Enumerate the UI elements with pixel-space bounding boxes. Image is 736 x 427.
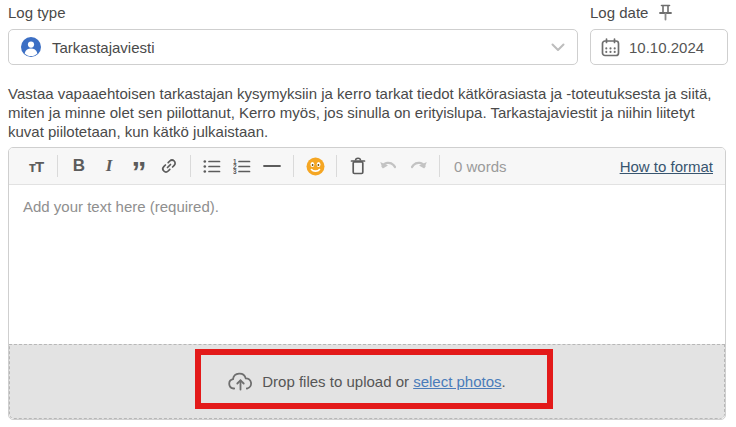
chevron-down-icon — [551, 43, 565, 52]
toolbar-separator — [336, 155, 337, 177]
bullet-list-icon — [203, 159, 221, 174]
horizontal-rule-button[interactable] — [257, 151, 287, 181]
log-text-input[interactable] — [9, 185, 725, 344]
instructions-text: Vastaa vapaaehtoisen tarkastajan kysymyk… — [8, 84, 728, 141]
svg-text:3: 3 — [233, 167, 237, 173]
log-type-label: Log type — [8, 4, 578, 21]
log-type-value: Tarkastajaviesti — [52, 39, 540, 56]
redo-icon — [409, 160, 428, 173]
blockquote-button[interactable]: ” — [124, 151, 154, 181]
push-pin-icon[interactable] — [658, 4, 673, 21]
horizontal-rule-icon — [263, 164, 281, 168]
numbered-list-button[interactable]: 123 — [227, 151, 257, 181]
text-size-button[interactable]: тT — [21, 151, 51, 181]
user-circle-icon — [21, 37, 41, 57]
log-date-value: 10.10.2024 — [629, 39, 704, 56]
editor-toolbar: тT B I ” — [9, 148, 725, 185]
select-photos-link[interactable]: select photos — [413, 373, 501, 390]
log-text-editor: тT B I ” — [8, 147, 726, 420]
toolbar-separator — [190, 155, 191, 177]
undo-button[interactable] — [373, 151, 403, 181]
toolbar-separator — [439, 155, 440, 177]
toolbar-separator — [293, 155, 294, 177]
emoji-button[interactable] — [300, 151, 330, 181]
emoji-smile-icon — [306, 157, 325, 176]
bullet-list-button[interactable] — [197, 151, 227, 181]
log-type-select[interactable]: Tarkastajaviesti — [8, 29, 578, 65]
cloud-upload-icon — [228, 372, 253, 391]
numbered-list-icon: 123 — [233, 159, 251, 174]
file-dropzone[interactable]: Drop files to upload or select photos. — [9, 344, 725, 419]
form-header-row: Log type Tarkastajaviesti Log date — [0, 0, 736, 65]
log-date-label: Log date — [590, 4, 648, 21]
link-icon — [160, 157, 178, 175]
trash-button[interactable] — [343, 151, 373, 181]
undo-icon — [379, 160, 398, 173]
how-to-format-link[interactable]: How to format — [620, 158, 713, 175]
italic-button[interactable]: I — [94, 151, 124, 181]
word-count: 0 words — [454, 158, 507, 175]
calendar-icon — [601, 38, 620, 57]
trash-icon — [350, 157, 366, 175]
redo-button[interactable] — [403, 151, 433, 181]
log-date-input[interactable]: 10.10.2024 — [590, 29, 728, 65]
log-date-label-row: Log date — [590, 4, 728, 21]
link-button[interactable] — [154, 151, 184, 181]
dropzone-text: Drop files to upload or select photos. — [262, 373, 505, 390]
log-form-page: Log type Tarkastajaviesti Log date — [0, 0, 736, 427]
toolbar-separator — [57, 155, 58, 177]
log-type-field: Log type Tarkastajaviesti — [8, 4, 578, 65]
log-date-field: Log date — [590, 4, 728, 65]
bold-button[interactable]: B — [64, 151, 94, 181]
